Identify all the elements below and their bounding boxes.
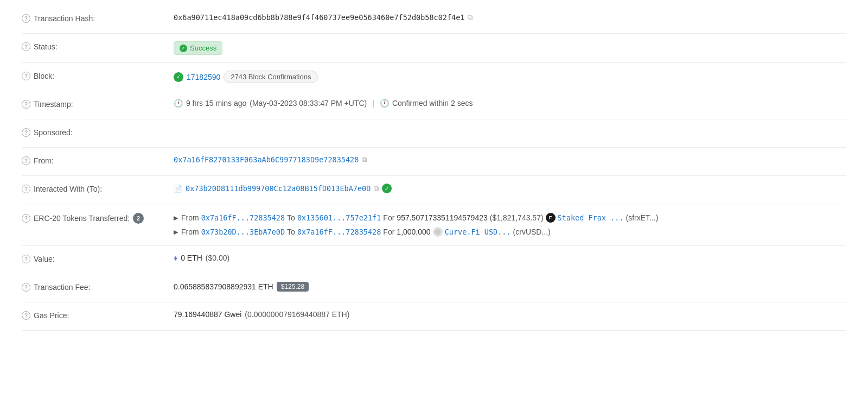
transfer-1-for-label: For: [383, 213, 394, 222]
interacted-with-label-text: Interacted With (To):: [34, 185, 102, 193]
transfer-1-from-label: From: [181, 213, 199, 222]
transfer-2-token-symbol: (crvUSD...): [513, 228, 551, 236]
erc20-label: ? ERC-20 Tokens Transferred: 2: [22, 212, 174, 224]
gas-price-label-text: Gas Price:: [34, 311, 69, 320]
frax-token-icon: F: [546, 213, 556, 223]
gas-price-value: 79.169440887 Gwei (0.000000079169440887 …: [174, 310, 846, 319]
timestamp-value: 🕐 9 hrs 15 mins ago (May-03-2023 08:33:4…: [174, 99, 846, 108]
block-confirmations-badge: 2743 Block Confirmations: [224, 71, 318, 83]
timestamp-row: ? Timestamp: 🕐 9 hrs 15 mins ago (May-03…: [22, 91, 846, 119]
transaction-hash-value: 0x6a90711ec418a09cd6bb8b788e9f4f460737ee…: [174, 13, 846, 22]
transfer-1-token-name[interactable]: Staked Frax ...: [558, 213, 624, 222]
status-value: ✓ Success: [174, 41, 846, 55]
block-row: ? Block: ✓ 17182590 2743 Block Confirmat…: [22, 63, 846, 91]
transfer-2-token-name[interactable]: Curve.Fi USD...: [445, 228, 511, 236]
timestamp-label: ? Timestamp:: [22, 99, 174, 109]
block-value: ✓ 17182590 2743 Block Confirmations: [174, 71, 846, 83]
value-label-text: Value:: [34, 255, 55, 263]
sponsored-label-text: Sponsored:: [34, 128, 73, 137]
transfer-1-amount: 957.507173351194579423: [397, 213, 487, 222]
sponsored-label: ? Sponsored:: [22, 127, 174, 137]
help-icon-sponsored[interactable]: ?: [22, 128, 30, 137]
contract-file-icon: 📄: [174, 185, 182, 193]
success-badge: ✓ Success: [174, 41, 222, 55]
value-eth: 0 ETH: [181, 254, 202, 262]
erc20-transfer-2: ▶ From 0x73b20D...3EbA7e0D To 0x7a16fF..…: [174, 226, 846, 238]
curve-token-icon: [433, 227, 443, 237]
success-check-icon: ✓: [180, 45, 187, 52]
from-value: 0x7a16fF8270133F063aAb6C9977183D9e728354…: [174, 155, 846, 164]
confirmed-clock-icon: 🕐: [380, 99, 389, 108]
transfer-2-from-label: From: [181, 228, 199, 236]
tx-fee-eth: 0.065885837908892931 ETH: [174, 282, 273, 291]
value-row: ? Value: ♦ 0 ETH ($0.00): [22, 246, 846, 274]
transaction-hash-label: ? Transaction Hash:: [22, 13, 174, 23]
transfer-2-from-address[interactable]: 0x73b20D...3EbA7e0D: [201, 228, 285, 236]
tx-fee-label-text: Transaction Fee:: [34, 283, 91, 292]
transfer-1-from-address[interactable]: 0x7a16fF...72835428: [201, 213, 285, 222]
erc20-count-badge: 2: [133, 213, 144, 224]
help-icon-timestamp[interactable]: ?: [22, 100, 30, 109]
erc20-transfer-1: ▶ From 0x7a16fF...72835428 To 0x135601..…: [174, 212, 846, 224]
tx-fee-row: ? Transaction Fee: 0.065885837908892931 …: [22, 274, 846, 302]
transfer-2-arrow: ▶: [174, 229, 178, 236]
transfer-1-usd: ($1,821,743.57): [490, 213, 544, 222]
help-icon-tx-fee[interactable]: ?: [22, 283, 30, 292]
from-label-text: From:: [34, 156, 54, 165]
sponsored-row: ? Sponsored:: [22, 119, 846, 148]
status-label-text: Status:: [34, 42, 58, 51]
block-label: ? Block:: [22, 71, 174, 80]
transfer-2-for-label: For: [383, 228, 394, 236]
gas-price-eth: (0.000000079169440887 ETH): [245, 310, 349, 319]
help-icon-from[interactable]: ?: [22, 156, 30, 165]
gas-price-gwei: 79.169440887 Gwei: [174, 310, 241, 319]
gas-price-row: ? Gas Price: 79.169440887 Gwei (0.000000…: [22, 302, 846, 331]
from-label: ? From:: [22, 155, 174, 165]
gas-price-label: ? Gas Price:: [22, 310, 174, 320]
clock-icon: 🕐: [174, 99, 183, 108]
block-number-link[interactable]: 17182590: [187, 73, 220, 81]
transfer-2-to-address[interactable]: 0x7a16fF...72835428: [297, 228, 381, 236]
help-icon-value[interactable]: ?: [22, 255, 30, 263]
tx-hash-label-text: Transaction Hash:: [34, 14, 95, 23]
success-label: Success: [190, 44, 216, 52]
copy-tx-hash-icon[interactable]: ⧉: [468, 13, 473, 22]
copy-interacted-icon[interactable]: ⧉: [374, 184, 379, 193]
status-label: ? Status:: [22, 41, 174, 51]
value-usd: ($0.00): [206, 254, 229, 262]
transaction-hash-row: ? Transaction Hash: 0x6a90711ec418a09cd6…: [22, 5, 846, 34]
help-icon-erc20[interactable]: ?: [22, 214, 30, 223]
interacted-address-link[interactable]: 0x73b20D8111db999700Cc12a08B15fD013EbA7e…: [186, 184, 371, 193]
timestamp-label-text: Timestamp:: [34, 100, 73, 109]
from-address-link[interactable]: 0x7a16fF8270133F063aAb6C9977183D9e728354…: [174, 155, 359, 164]
transfer-1-to-address[interactable]: 0x135601...757e21f1: [297, 213, 381, 222]
status-row: ? Status: ✓ Success: [22, 34, 846, 63]
interacted-verified-icon: ✓: [382, 184, 392, 193]
tx-fee-value: 0.065885837908892931 ETH $125.28: [174, 282, 846, 292]
help-icon-gas-price[interactable]: ?: [22, 311, 30, 320]
help-icon-status[interactable]: ?: [22, 42, 30, 51]
block-check-icon: ✓: [174, 72, 183, 82]
timestamp-separator: |: [372, 99, 374, 108]
timestamp-confirmed: Confirmed within 2 secs: [392, 99, 473, 108]
help-icon-interacted[interactable]: ?: [22, 185, 30, 193]
from-row: ? From: 0x7a16fF8270133F063aAb6C9977183D…: [22, 148, 846, 176]
interacted-with-label: ? Interacted With (To):: [22, 184, 174, 193]
erc20-value: ▶ From 0x7a16fF...72835428 To 0x135601..…: [174, 212, 846, 238]
transfer-1-to-label: To: [287, 213, 295, 222]
help-icon-block[interactable]: ?: [22, 72, 30, 80]
erc20-row: ? ERC-20 Tokens Transferred: 2 ▶ From 0x…: [22, 204, 846, 246]
timestamp-absolute: (May-03-2023 08:33:47 PM +UTC): [250, 99, 367, 108]
tx-hash-value: 0x6a90711ec418a09cd6bb8b788e9f4f460737ee…: [174, 13, 464, 22]
help-icon-tx-hash[interactable]: ?: [22, 14, 30, 23]
timestamp-relative: 9 hrs 15 mins ago: [186, 99, 246, 108]
transfer-1-arrow: ▶: [174, 214, 178, 222]
block-label-text: Block:: [34, 72, 54, 80]
copy-from-icon[interactable]: ⧉: [362, 155, 367, 164]
interacted-with-value: 📄 0x73b20D8111db999700Cc12a08B15fD013EbA…: [174, 184, 846, 193]
tx-fee-label: ? Transaction Fee:: [22, 282, 174, 292]
transfer-2-to-label: To: [287, 228, 295, 236]
value-label: ? Value:: [22, 254, 174, 263]
eth-icon-value: ♦: [174, 254, 177, 262]
transfer-2-amount: 1,000,000: [397, 228, 430, 236]
